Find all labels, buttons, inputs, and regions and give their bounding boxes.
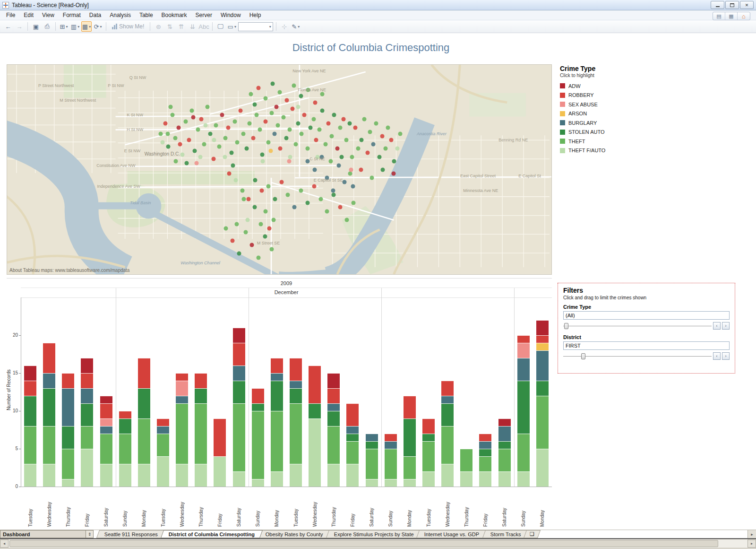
menu-table[interactable]: Table — [135, 11, 157, 19]
bar-segment[interactable] — [290, 381, 302, 388]
bar-segment[interactable] — [157, 426, 169, 434]
bar-segment[interactable] — [176, 381, 188, 396]
crime-type-filter-select[interactable]: (All) — [563, 311, 730, 320]
bar-segment[interactable] — [24, 464, 36, 487]
bar-segment[interactable] — [176, 403, 188, 464]
bar-segment[interactable] — [366, 441, 378, 449]
bar-segment[interactable] — [233, 471, 245, 487]
menu-server[interactable]: Server — [191, 11, 216, 19]
bar-segment[interactable] — [43, 426, 55, 464]
bar-segment[interactable] — [385, 449, 397, 479]
bar-segment[interactable] — [176, 464, 188, 487]
bar-segment[interactable] — [498, 471, 511, 487]
bar-segment[interactable] — [404, 479, 416, 487]
bar-segment[interactable] — [138, 464, 150, 487]
refresh-icon[interactable]: ⟳▾ — [93, 21, 103, 32]
sort-descending-icon[interactable]: ⇊ — [187, 21, 198, 32]
bar-segment[interactable] — [100, 426, 112, 434]
bar-segment[interactable] — [366, 479, 378, 487]
bar-segment[interactable] — [441, 403, 454, 426]
bar-segment[interactable] — [479, 434, 491, 441]
legend-item-robbery[interactable]: ROBBERY — [560, 91, 673, 100]
bar-segment[interactable] — [422, 441, 435, 471]
dashboard-selector[interactable]: Dashboard — [0, 530, 86, 538]
bar-segment[interactable] — [138, 388, 150, 418]
bar-segment[interactable] — [327, 373, 340, 388]
tile-view-icon[interactable]: ▦ — [725, 12, 738, 20]
menu-bookmark[interactable]: Bookmark — [157, 11, 191, 19]
bar-segment[interactable] — [404, 396, 416, 418]
maximize-button[interactable] — [725, 1, 739, 9]
bar-segment[interactable] — [479, 456, 491, 471]
bar-segment[interactable] — [536, 381, 549, 396]
fit-view-icon[interactable]: ▭▾ — [227, 21, 237, 32]
bar-segment[interactable] — [498, 418, 511, 426]
bar-segment[interactable] — [252, 479, 264, 487]
map-attribution-link[interactable]: About Tableau maps: www.tableausoftware.… — [9, 268, 129, 273]
bar-segment[interactable] — [233, 366, 245, 381]
bar-segment[interactable] — [24, 366, 36, 381]
tab-seattle-911-responses[interactable]: Seattle 911 Responses — [96, 530, 166, 538]
bar-segment[interactable] — [271, 358, 283, 373]
crime-map[interactable]: Q St NWP Street NorthwestP St NWM Street… — [7, 64, 552, 275]
bar-segment[interactable] — [233, 343, 245, 366]
bar-segment[interactable] — [366, 434, 378, 441]
bar-segment[interactable] — [327, 464, 340, 487]
bar-segment[interactable] — [100, 464, 112, 487]
bar-segment[interactable] — [404, 418, 416, 456]
bar-segment[interactable] — [252, 411, 264, 479]
tab-internet-usage-vs-gdp[interactable]: Internet Usage vs. GDP — [416, 530, 487, 538]
bar-segment[interactable] — [536, 449, 549, 487]
tab-explore-stimulus-projects-by-state[interactable]: Explore Stimulus Projects by State — [326, 530, 422, 538]
bar-segment[interactable] — [195, 388, 207, 403]
bar-segment[interactable] — [290, 464, 302, 487]
tab-obesity-rates-by-county[interactable]: Obesity Rates by County — [258, 530, 331, 538]
bar-segment[interactable] — [43, 373, 55, 388]
bar-segment[interactable] — [517, 381, 530, 434]
district-filter-slider[interactable] — [563, 351, 712, 361]
bar-segment[interactable] — [81, 358, 93, 373]
new-datasource-icon[interactable]: ⊞▾ — [59, 21, 69, 32]
bar-segment[interactable] — [404, 456, 416, 479]
bar-segment[interactable] — [536, 350, 549, 381]
bar-segment[interactable] — [62, 479, 74, 487]
bar-segment[interactable] — [346, 464, 359, 487]
legend-item-arson[interactable]: ARSON — [560, 109, 673, 119]
bar-segment[interactable] — [100, 396, 112, 403]
menu-data[interactable]: Data — [85, 11, 105, 19]
bar-segment[interactable] — [346, 441, 359, 464]
bar-segment[interactable] — [536, 396, 549, 449]
bar-segment[interactable] — [346, 426, 359, 434]
normal-view-icon[interactable]: ▤ — [713, 12, 725, 20]
bar-segment[interactable] — [176, 396, 188, 403]
district-slider-thumb[interactable] — [581, 353, 585, 359]
crime-type-slider-right-icon[interactable]: › — [722, 322, 730, 330]
new-sheet-tab[interactable]: ❏ — [524, 530, 541, 538]
legend-item-adw[interactable]: ADW — [560, 81, 673, 91]
bar-segment[interactable] — [460, 471, 472, 487]
close-button[interactable]: ✕ — [740, 1, 754, 9]
legend-item-theft[interactable]: THEFT — [560, 137, 673, 146]
bar-segment[interactable] — [327, 426, 340, 464]
bar-segment[interactable] — [119, 434, 131, 464]
show-me-button[interactable]: Show Me! — [109, 21, 147, 32]
export-icon[interactable]: ⎙ — [42, 21, 52, 32]
tab-district-of-columbia-crimespotting[interactable]: District of Columbia Crimespotting — [161, 530, 263, 538]
bar-segment[interactable] — [157, 434, 169, 456]
bar-segment[interactable] — [498, 426, 511, 441]
bar-segment[interactable] — [214, 456, 226, 487]
bar-segment[interactable] — [517, 335, 530, 343]
group-icon[interactable]: ⊜ — [153, 21, 163, 32]
bar-segment[interactable] — [81, 449, 93, 487]
bar-segment[interactable] — [62, 449, 74, 479]
bar-segment[interactable] — [498, 441, 511, 449]
bar-segment[interactable] — [366, 449, 378, 479]
scroll-left-icon[interactable]: ◂ — [0, 540, 9, 548]
bar-segment[interactable] — [233, 403, 245, 471]
bar-segment[interactable] — [100, 403, 112, 418]
bar-segment[interactable] — [290, 388, 302, 403]
crime-type-slider-thumb[interactable] — [564, 323, 568, 329]
bar-segment[interactable] — [176, 373, 188, 381]
bar-segment[interactable] — [100, 434, 112, 464]
bar-segment[interactable] — [422, 418, 435, 434]
